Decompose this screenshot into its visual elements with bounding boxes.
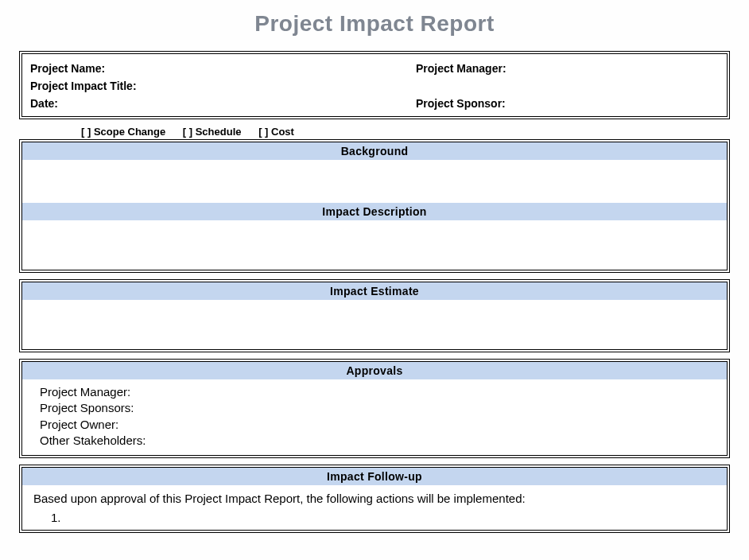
impact-description-body[interactable] (22, 220, 727, 270)
approvals-other-stakeholders: Other Stakeholders: (40, 433, 709, 449)
date-label: Date: (30, 97, 416, 110)
approvals-project-manager: Project Manager: (40, 384, 709, 400)
impact-type-checkboxes: [ ] Scope Change [ ] Schedule [ ] Cost (19, 126, 730, 138)
impact-followup-heading: Impact Follow-up (22, 468, 727, 485)
page-title: Project Impact Report (19, 11, 730, 37)
impact-estimate-box: Impact Estimate (19, 279, 730, 352)
followup-intro-text: Based upon approval of this Project Impa… (33, 490, 716, 508)
impact-estimate-body[interactable] (22, 300, 727, 349)
background-heading: Background (22, 142, 727, 160)
followup-item-1: 1. (33, 508, 716, 527)
project-name-label: Project Name: (30, 62, 416, 75)
approvals-box: Approvals Project Manager: Project Spons… (19, 359, 730, 458)
impact-estimate-heading: Impact Estimate (22, 282, 727, 300)
project-info-box: Project Name: Project Manager: Project I… (19, 51, 730, 119)
background-body[interactable] (22, 160, 727, 203)
project-sponsor-label: Project Sponsor: (416, 97, 719, 110)
impact-description-heading: Impact Description (22, 203, 727, 220)
approvals-project-sponsors: Project Sponsors: (40, 400, 709, 416)
checkbox-schedule[interactable]: [ ] Schedule (183, 126, 242, 138)
impact-followup-box: Impact Follow-up Based upon approval of … (19, 465, 730, 533)
project-manager-label: Project Manager: (416, 62, 719, 75)
checkbox-cost[interactable]: [ ] Cost (258, 126, 294, 138)
impact-followup-body: Based upon approval of this Project Impa… (22, 485, 727, 530)
checkbox-scope-change[interactable]: [ ] Scope Change (81, 126, 165, 138)
approvals-body: Project Manager: Project Sponsors: Proje… (22, 379, 727, 455)
document-page: Project Impact Report Project Name: Proj… (0, 0, 749, 549)
approvals-heading: Approvals (22, 362, 727, 379)
approvals-project-owner: Project Owner: (40, 417, 709, 433)
project-impact-title-label: Project Impact Title: (30, 80, 416, 92)
background-description-box: Background Impact Description (19, 139, 730, 273)
